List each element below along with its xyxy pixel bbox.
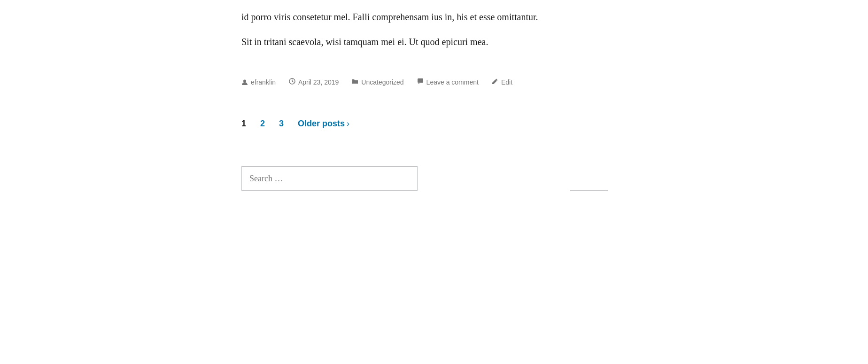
edit-icon xyxy=(492,78,498,86)
post-meta-author: efranklin xyxy=(241,78,276,86)
decorative-rule xyxy=(570,190,608,191)
post-excerpt: id porro viris consetetur mel. Falli com… xyxy=(241,0,627,64)
comment-link[interactable]: Leave a comment xyxy=(426,78,479,86)
excerpt-line2: Sit in tritani scaevola, wisi tamquam me… xyxy=(241,34,627,50)
svg-rect-4 xyxy=(418,78,423,83)
pagination-page2[interactable]: 2 xyxy=(260,119,265,129)
post-meta-category: Uncategorized xyxy=(352,78,403,86)
older-posts-label: Older posts xyxy=(298,119,345,129)
pagination: 1 2 3 Older posts › xyxy=(241,109,627,157)
older-posts-link[interactable]: Older posts › xyxy=(298,119,349,129)
folder-icon xyxy=(352,78,358,86)
post-meta-comment: Leave a comment xyxy=(417,78,479,86)
excerpt-line1: id porro viris consetetur mel. Falli com… xyxy=(241,9,627,25)
search-section xyxy=(241,157,627,205)
post-date: April 23, 2019 xyxy=(298,78,339,86)
author-icon xyxy=(241,79,248,85)
chevron-right-icon: › xyxy=(347,119,349,129)
category-link[interactable]: Uncategorized xyxy=(361,78,403,86)
search-input-wrapper[interactable] xyxy=(241,166,418,191)
pagination-page3[interactable]: 3 xyxy=(279,119,284,129)
post-meta-date: April 23, 2019 xyxy=(289,78,339,86)
search-input[interactable] xyxy=(249,174,410,184)
pagination-page1[interactable]: 1 xyxy=(241,119,246,129)
svg-line-3 xyxy=(292,81,294,82)
post-meta: efranklin April 23, 2019 xyxy=(241,64,627,109)
svg-point-0 xyxy=(243,79,246,82)
comment-icon xyxy=(417,78,424,86)
clock-icon xyxy=(289,78,295,86)
edit-link[interactable]: Edit xyxy=(501,78,512,86)
author-link[interactable]: efranklin xyxy=(251,78,276,86)
post-meta-edit: Edit xyxy=(492,78,512,86)
